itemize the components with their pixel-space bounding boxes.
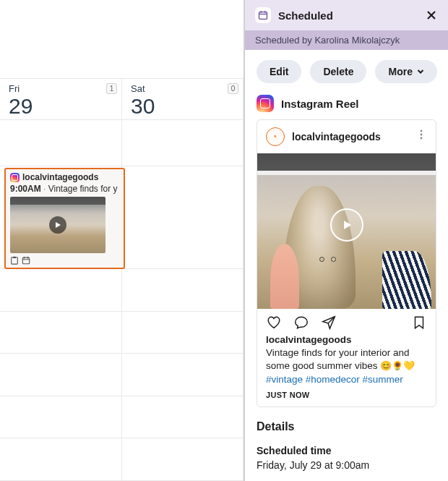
post-type-row: Instagram Reel	[257, 95, 436, 112]
comment-icon[interactable]	[293, 315, 309, 331]
chevron-down-icon	[417, 68, 424, 75]
event-count-badge: 1	[106, 83, 117, 94]
day-number: 29	[9, 95, 114, 117]
preview-media[interactable]	[257, 153, 436, 309]
clipboard-icon	[10, 256, 19, 265]
day-of-week: Fri	[9, 83, 114, 94]
calendar-icon	[22, 256, 30, 265]
event-time: 9:00AM	[10, 184, 41, 194]
preview-caption: localvintagegoods Vintage finds for your…	[257, 333, 436, 386]
event-thumbnail	[10, 197, 105, 253]
calendar-pane: Fri 1 29 Sat 0 30	[0, 0, 245, 481]
caption-user: localvintagegoods	[266, 334, 352, 345]
day-header-fri[interactable]: Fri 1 29	[0, 79, 122, 119]
caption-hashtags: #vintage #homedecor #summer	[266, 374, 403, 385]
scheduled-time-value: Friday, July 29 at 9:00am	[257, 459, 436, 471]
detail-panel: Scheduled Scheduled by Karolina Mikolajc…	[245, 0, 448, 481]
day-header-sat[interactable]: Sat 0 30	[122, 79, 244, 119]
calendar-event-card[interactable]: localvintagegoods 9:00AM · Vintage finds…	[4, 168, 125, 269]
more-button-label: More	[388, 66, 412, 77]
close-icon	[426, 9, 437, 21]
play-icon	[49, 216, 66, 234]
svg-point-14	[421, 137, 423, 140]
play-icon	[341, 219, 353, 231]
instagram-icon	[10, 173, 20, 182]
event-source: localvintagegoods	[10, 172, 119, 182]
svg-point-13	[421, 134, 423, 136]
panel-header: Scheduled	[245, 0, 448, 30]
details-heading: Details	[257, 420, 436, 433]
instagram-icon	[257, 95, 274, 112]
panel-subtitle: Scheduled by Karolina Mikolajczyk	[245, 30, 448, 50]
bookmark-icon[interactable]	[411, 315, 427, 331]
event-footer-icons	[10, 256, 30, 265]
avatar: ∘	[266, 127, 285, 146]
preview-timestamp: JUST NOW	[257, 386, 436, 406]
heart-icon[interactable]	[266, 315, 282, 331]
close-button[interactable]	[422, 6, 441, 25]
dots-vertical-icon	[420, 129, 423, 140]
scheduled-time-label: Scheduled time	[257, 445, 436, 456]
delete-button[interactable]: Delete	[310, 60, 366, 83]
svg-point-12	[421, 130, 423, 132]
caption-emojis: 😊🌻💛	[380, 360, 415, 371]
panel-title: Scheduled	[278, 9, 333, 22]
share-icon[interactable]	[321, 315, 337, 331]
post-type-label: Instagram Reel	[281, 98, 359, 110]
day-of-week: Sat	[131, 83, 236, 94]
scheduled-icon	[255, 7, 271, 23]
day-number: 30	[131, 95, 236, 117]
edit-button[interactable]: Edit	[257, 60, 301, 83]
svg-rect-2	[22, 257, 29, 264]
more-button[interactable]: More	[375, 60, 436, 83]
play-button[interactable]	[330, 208, 363, 242]
preview-account: localvintagegoods	[292, 131, 381, 142]
event-preview-text: Vintage finds for y	[48, 184, 118, 194]
calendar-column-sat[interactable]	[122, 120, 244, 481]
preview-header: ∘ localvintagegoods	[257, 120, 436, 153]
event-summary: 9:00AM · Vintage finds for y	[10, 184, 119, 194]
preview-actions	[257, 309, 436, 333]
event-count-badge: 0	[228, 83, 238, 94]
instagram-preview-card: ∘ localvintagegoods	[257, 119, 436, 407]
action-buttons: Edit Delete More	[257, 60, 436, 83]
calendar-header-row: Fri 1 29 Sat 0 30	[0, 78, 244, 120]
svg-rect-1	[13, 257, 16, 258]
preview-more-button[interactable]	[414, 127, 428, 142]
svg-rect-0	[12, 257, 18, 264]
svg-rect-6	[259, 12, 267, 20]
event-account: localvintagegoods	[22, 172, 98, 182]
